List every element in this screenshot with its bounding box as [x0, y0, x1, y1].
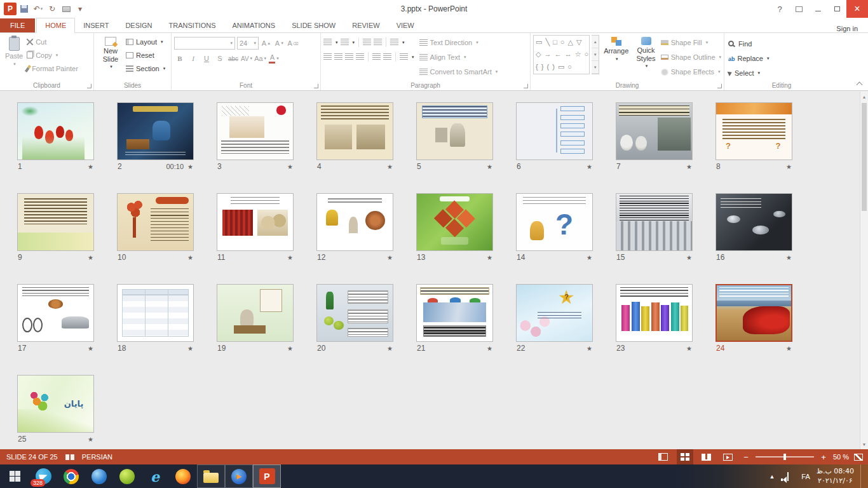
reset-button[interactable]: Reset	[125, 48, 166, 62]
ribbon-display-options-button[interactable]	[789, 0, 808, 18]
paste-dropdown-icon[interactable]: ▾	[13, 62, 16, 67]
slideshow-view-button[interactable]	[720, 449, 736, 464]
convert-to-smartart-button[interactable]: Convert to SmartArt▾	[419, 65, 498, 78]
section-button[interactable]: Section▾	[125, 62, 166, 75]
find-button[interactable]: Find	[727, 37, 836, 50]
slide-thumbnail[interactable]: ??	[715, 102, 792, 160]
slide-thumbnail[interactable]	[416, 193, 493, 251]
new-slide-button[interactable]: New Slide ▾	[97, 35, 125, 80]
underline-button[interactable]: U	[201, 53, 212, 64]
slide-thumbnail[interactable]	[117, 102, 194, 160]
tab-view[interactable]: VIEW	[388, 18, 423, 32]
slide-thumbnail[interactable]	[217, 193, 294, 251]
taskbar-telegram[interactable]: 328	[29, 464, 57, 488]
scrollbar-thumb[interactable]	[862, 103, 867, 211]
tab-slideshow[interactable]: SLIDE SHOW	[283, 18, 344, 32]
slide-thumbnail[interactable]	[17, 284, 94, 342]
start-slideshow-button[interactable]	[60, 3, 72, 15]
tab-review[interactable]: REVIEW	[344, 18, 388, 32]
align-center-button[interactable]	[334, 53, 342, 60]
gallery-scroll-down-icon[interactable]: ▼	[592, 48, 599, 61]
slide-thumbnail[interactable]	[416, 284, 493, 342]
arrange-button[interactable]: Arrange ▾	[601, 35, 631, 64]
collapse-ribbon-icon[interactable]	[857, 82, 863, 88]
tab-animations[interactable]: ANIMATIONS	[224, 18, 284, 32]
slide-thumbnail[interactable]	[217, 284, 294, 342]
increase-indent-button[interactable]	[374, 39, 382, 46]
decrease-font-size-button[interactable]: A▼	[274, 37, 285, 49]
close-button[interactable]: ×	[846, 0, 868, 18]
show-desktop-button[interactable]	[860, 464, 864, 488]
zoom-in-button[interactable]: +	[819, 452, 828, 462]
slide-thumbnail[interactable]	[316, 284, 393, 342]
clipboard-dialog-launcher[interactable]	[87, 84, 92, 88]
slide-thumbnail[interactable]	[17, 193, 94, 251]
scroll-up-icon[interactable]: ▲	[860, 92, 868, 101]
taskbar-media-player[interactable]: ▶	[225, 464, 253, 488]
tab-file[interactable]: FILE	[0, 18, 35, 32]
fit-to-window-button[interactable]	[854, 454, 863, 461]
start-button[interactable]	[0, 464, 29, 488]
tab-design[interactable]: DESIGN	[117, 18, 160, 32]
tray-expand-icon[interactable]: ▲	[769, 473, 775, 480]
font-dialog-launcher[interactable]	[314, 84, 318, 88]
align-text-button[interactable]: Align Text▾	[419, 51, 498, 64]
shape-outline-button[interactable]: Shape Outline▾	[661, 51, 721, 64]
slide-thumbnail[interactable]	[117, 193, 194, 251]
slide-thumbnail[interactable]	[715, 193, 792, 251]
shapes-gallery[interactable]: ▭ ╲ □ ○ △ ▽ ◇ → ← ↔ ☆ ○ { } ( ) ▭ ○	[533, 35, 590, 74]
bullets-button[interactable]	[323, 39, 332, 46]
slide-sorter-area[interactable]: 1★200:10★3★4★5★6★7★??8★9★10★11★12★13★?14…	[0, 92, 868, 449]
ltr-paragraph-button[interactable]	[372, 53, 381, 60]
slide-thumbnail[interactable]	[117, 284, 194, 342]
layout-button[interactable]: Layout▾	[125, 35, 166, 48]
text-direction-button[interactable]: Text Direction▾	[419, 36, 498, 49]
save-button[interactable]	[18, 3, 31, 15]
paragraph-dialog-launcher[interactable]	[524, 84, 528, 88]
language-indicator[interactable]: PERSIAN	[82, 453, 112, 461]
replace-button[interactable]: Replace▾	[727, 51, 836, 65]
taskbar-firefox[interactable]	[169, 464, 197, 488]
font-name-combobox[interactable]: ▾	[174, 37, 235, 50]
drawing-dialog-launcher[interactable]	[717, 84, 722, 88]
tab-home[interactable]: HOME	[36, 18, 75, 33]
taskbar-file-explorer[interactable]	[197, 464, 225, 488]
redo-button[interactable]: ↻	[46, 3, 58, 15]
slide-indicator[interactable]: SLIDE 24 OF 25	[6, 453, 58, 461]
minimize-button[interactable]	[808, 0, 827, 18]
slide-thumbnail[interactable]	[616, 102, 693, 160]
normal-view-button[interactable]	[655, 449, 672, 464]
shape-fill-button[interactable]: Shape Fill▾	[661, 36, 721, 49]
slide-thumbnail[interactable]	[316, 102, 393, 160]
columns-button[interactable]	[400, 53, 408, 60]
slide-thumbnail[interactable]	[416, 102, 493, 160]
italic-button[interactable]: I	[187, 53, 199, 64]
cut-button[interactable]: Cut	[25, 35, 79, 48]
slide-thumbnail[interactable]: ★?	[516, 284, 593, 342]
touch-keyboard-icon[interactable]	[787, 473, 789, 480]
bold-button[interactable]: B	[174, 53, 186, 64]
slide-thumbnail[interactable]	[616, 193, 693, 251]
scroll-down-icon[interactable]: ▼	[860, 440, 868, 449]
customize-qat-button[interactable]: ▾	[74, 3, 86, 15]
slide-thumbnail[interactable]	[17, 102, 94, 160]
align-left-button[interactable]	[323, 53, 332, 60]
zoom-out-button[interactable]: −	[742, 452, 750, 462]
shapes-gallery-row[interactable]: ◇ → ← ↔ ☆ ○	[536, 50, 587, 58]
change-case-button[interactable]: Aa▾	[254, 53, 266, 64]
taskbar-downloader[interactable]	[113, 464, 141, 488]
paste-button[interactable]: Paste ▾	[3, 35, 25, 80]
clear-formatting-button[interactable]: A⌫	[287, 37, 299, 49]
taskbar-browser[interactable]	[85, 464, 113, 488]
numbering-button[interactable]	[341, 39, 349, 46]
line-spacing-button[interactable]	[390, 39, 398, 46]
increase-font-size-button[interactable]: A▲	[261, 37, 272, 49]
zoom-level[interactable]: 50 %	[833, 453, 849, 461]
text-shadow-button[interactable]: S	[214, 53, 226, 64]
font-color-button[interactable]: A▾	[268, 53, 280, 64]
tab-transitions[interactable]: TRANSITIONS	[161, 18, 224, 32]
gallery-scroll-up-icon[interactable]: ▲	[592, 36, 599, 48]
shapes-gallery-row[interactable]: { } ( ) ▭ ○	[536, 63, 587, 71]
slide-thumbnail[interactable]: پایان	[17, 375, 94, 433]
strikethrough-button[interactable]: abc	[227, 53, 239, 64]
